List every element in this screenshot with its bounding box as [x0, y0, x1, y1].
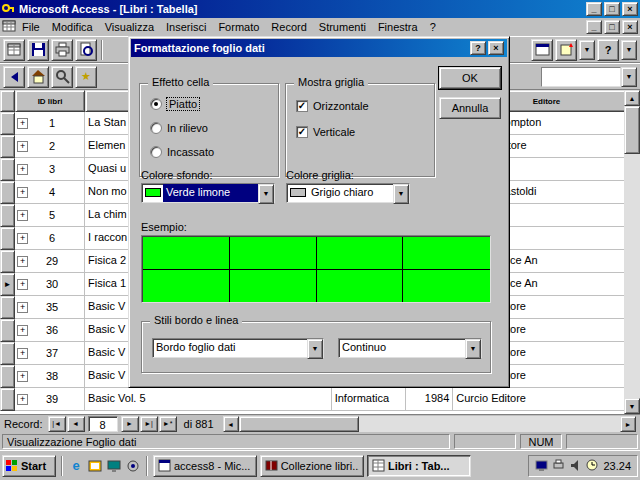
- row-selector[interactable]: [0, 181, 15, 204]
- quicklaunch-ie-icon[interactable]: e: [68, 458, 84, 474]
- expand-icon[interactable]: +: [17, 302, 28, 313]
- task-button-collezione[interactable]: Collezione libri...: [260, 455, 364, 477]
- cell-genere[interactable]: Informatica: [332, 388, 407, 411]
- row-selector[interactable]: [0, 112, 15, 135]
- cell-id[interactable]: +37: [15, 342, 85, 365]
- print-preview-icon[interactable]: [75, 39, 97, 61]
- new-object-dropdown[interactable]: ▼: [579, 40, 595, 60]
- database-window-icon[interactable]: [531, 39, 553, 61]
- quicklaunch-channels-icon[interactable]: [125, 458, 141, 474]
- menu-strumenti[interactable]: Strumenti: [313, 20, 372, 34]
- expand-icon[interactable]: +: [17, 394, 28, 405]
- new-object-icon[interactable]: [555, 39, 577, 61]
- cancel-button[interactable]: Annulla: [439, 97, 501, 119]
- expand-icon[interactable]: +: [17, 371, 28, 382]
- grid-color-dropdown[interactable]: ▼: [393, 184, 409, 204]
- row-selector[interactable]: [0, 204, 15, 227]
- row-selector[interactable]: [0, 135, 15, 158]
- dialog-close-button[interactable]: ×: [488, 41, 504, 55]
- checkbox-checked-icon[interactable]: ✓: [296, 126, 308, 138]
- office-assistant-icon[interactable]: ?: [597, 39, 619, 61]
- expand-icon[interactable]: +: [17, 348, 28, 359]
- menu-modifica[interactable]: Modifica: [46, 20, 99, 34]
- next-record-button[interactable]: ►: [121, 416, 139, 432]
- task-button-libri[interactable]: Libri : Tab...: [367, 455, 471, 477]
- radio-incassato[interactable]: Incassato: [150, 146, 214, 158]
- radio-piatto[interactable]: Piatto: [150, 98, 199, 110]
- row-selector[interactable]: [0, 388, 15, 411]
- checkbox-orizzontale[interactable]: ✓ Orizzontale: [296, 100, 369, 112]
- window-titlebar[interactable]: Microsoft Access - [Libri : Tabella] _ □…: [0, 0, 640, 18]
- checkbox-checked-icon[interactable]: ✓: [296, 100, 308, 112]
- cell-id[interactable]: +4: [15, 181, 85, 204]
- view-button[interactable]: [3, 39, 25, 61]
- cell-id[interactable]: +39: [15, 388, 85, 411]
- scroll-up-icon[interactable]: ▲: [624, 90, 640, 106]
- cell-id[interactable]: +2: [15, 135, 85, 158]
- border-style-combo[interactable]: Bordo foglio dati ▼: [152, 338, 324, 358]
- expand-icon[interactable]: +: [17, 164, 28, 175]
- menu-visualizza[interactable]: Visualizza: [99, 20, 160, 34]
- column-header-id[interactable]: ID libri: [15, 90, 85, 112]
- child-close-button[interactable]: ×: [622, 20, 638, 34]
- toolbar-options-dropdown[interactable]: ▼: [621, 40, 637, 60]
- new-record-button[interactable]: ►*: [159, 416, 177, 432]
- address-combo-field[interactable]: [541, 67, 621, 87]
- expand-icon[interactable]: +: [17, 233, 28, 244]
- expand-icon[interactable]: +: [17, 210, 28, 221]
- expand-icon[interactable]: +: [17, 325, 28, 336]
- menu-file[interactable]: File: [16, 20, 46, 34]
- select-all-corner[interactable]: [0, 90, 15, 112]
- checkbox-verticale[interactable]: ✓ Verticale: [296, 126, 355, 138]
- ok-button[interactable]: OK: [439, 67, 501, 89]
- radio-selected-icon[interactable]: [150, 98, 162, 110]
- quicklaunch-desktop-icon[interactable]: [106, 458, 122, 474]
- maximize-button[interactable]: □: [604, 2, 620, 16]
- cell-id[interactable]: +38: [15, 365, 85, 388]
- scroll-down-icon[interactable]: ▼: [624, 398, 640, 414]
- row-selector[interactable]: [0, 158, 15, 181]
- menu-finestra[interactable]: Finestra: [372, 20, 424, 34]
- menu-inserisci[interactable]: Inserisci: [160, 20, 212, 34]
- quicklaunch-outlook-icon[interactable]: [87, 458, 103, 474]
- vertical-scroll-thumb[interactable]: [624, 106, 640, 154]
- cell-editore[interactable]: Curcio Editore: [453, 388, 640, 411]
- tray-printer-icon[interactable]: [552, 459, 565, 472]
- cell-id[interactable]: +3: [15, 158, 85, 181]
- address-combo-dropdown[interactable]: ▼: [621, 67, 637, 87]
- expand-icon[interactable]: +: [17, 279, 28, 290]
- row-selector[interactable]: [0, 365, 15, 388]
- dialog-help-button[interactable]: ?: [470, 41, 486, 55]
- dialog-titlebar[interactable]: Formattazione foglio dati ? ×: [131, 39, 507, 57]
- child-restore-button[interactable]: □: [604, 20, 620, 34]
- expand-icon[interactable]: +: [17, 187, 28, 198]
- last-record-button[interactable]: ►|: [140, 416, 158, 432]
- minimize-button[interactable]: _: [586, 2, 602, 16]
- background-color-dropdown[interactable]: ▼: [258, 184, 274, 204]
- cell-id[interactable]: +36: [15, 319, 85, 342]
- datasheet-window-icon[interactable]: [2, 19, 16, 35]
- row-selector[interactable]: [0, 227, 15, 250]
- menu-formato[interactable]: Formato: [212, 20, 265, 34]
- save-icon[interactable]: [27, 39, 49, 61]
- current-record-input[interactable]: 8: [88, 416, 118, 432]
- cell-id[interactable]: +6: [15, 227, 85, 250]
- favorites-icon[interactable]: ★: [75, 66, 97, 88]
- radio-in-rilievo[interactable]: In rilievo: [150, 122, 208, 134]
- cell-id[interactable]: +29: [15, 250, 85, 273]
- grid-color-combo[interactable]: Grigio chiaro ▼: [286, 183, 410, 203]
- tray-display-icon[interactable]: [535, 459, 548, 472]
- first-record-button[interactable]: |◄: [48, 416, 66, 432]
- back-icon[interactable]: [3, 66, 25, 88]
- address-combo[interactable]: ▼: [541, 67, 637, 87]
- tray-clock-icon[interactable]: [586, 459, 599, 472]
- scroll-right-icon[interactable]: ►: [620, 416, 636, 432]
- previous-record-button[interactable]: ◄: [67, 416, 85, 432]
- child-minimize-button[interactable]: _: [586, 20, 602, 34]
- menu-help[interactable]: ?: [424, 20, 442, 34]
- home-icon[interactable]: [27, 66, 49, 88]
- row-selector[interactable]: [0, 250, 15, 273]
- cell-id[interactable]: +5: [15, 204, 85, 227]
- horizontal-scroll-thumb[interactable]: [239, 416, 359, 432]
- horizontal-scrollbar[interactable]: ◄ ►: [223, 416, 636, 432]
